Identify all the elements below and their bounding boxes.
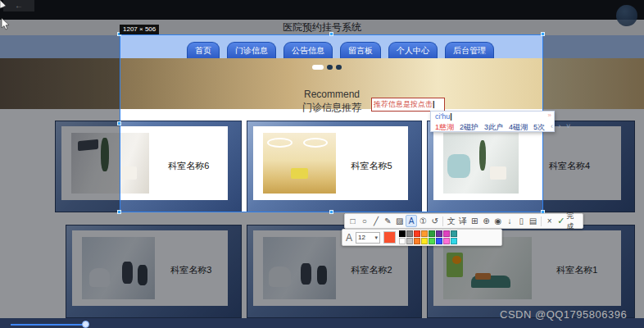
color-swatch[interactable] bbox=[421, 230, 428, 237]
csdn-watermark: CSDN @QQ1795806396 bbox=[500, 308, 627, 321]
mouse-cursor-icon bbox=[1, 18, 11, 31]
undo-icon[interactable]: ↺ bbox=[429, 215, 440, 227]
scroll-capture-icon[interactable]: ⊞ bbox=[469, 215, 480, 227]
color-swatch[interactable] bbox=[406, 238, 413, 244]
color-swatch[interactable] bbox=[414, 238, 420, 244]
dim-overlay-left bbox=[0, 34, 120, 212]
line-tool-icon[interactable]: ╱ bbox=[371, 215, 382, 227]
pen-cursor-icon bbox=[0, 0, 7, 9]
translate-icon[interactable]: 译 bbox=[457, 215, 468, 227]
snip-toolbar: □ ○ ╱ ✎ ▨ A ① ↺ 文 译 ⊞ ⊕ ◉ ↓ ▯ ▤ × ✓完成 bbox=[344, 213, 583, 229]
record-icon[interactable]: ◉ bbox=[492, 215, 503, 227]
mosaic-tool-icon[interactable]: ▨ bbox=[394, 215, 405, 227]
step-number-tool-icon[interactable]: ① bbox=[418, 215, 429, 227]
color-swatch[interactable] bbox=[451, 238, 457, 244]
video-progress-bar[interactable] bbox=[11, 324, 84, 326]
dim-overlay-top bbox=[0, 0, 644, 34]
color-swatch[interactable] bbox=[429, 230, 435, 237]
selection-handle[interactable] bbox=[117, 210, 121, 214]
color-swatch[interactable] bbox=[451, 230, 457, 237]
color-swatch[interactable] bbox=[429, 238, 435, 244]
current-color-swatch[interactable] bbox=[383, 231, 396, 244]
ime-candidate[interactable]: 5次 bbox=[533, 122, 545, 133]
finish-button[interactable]: ✓完成 bbox=[556, 211, 580, 232]
selection-handle[interactable] bbox=[329, 210, 333, 214]
ime-logo-icon: » bbox=[548, 112, 551, 119]
cand-text: 慈湖 bbox=[439, 123, 454, 131]
selection-handle[interactable] bbox=[541, 32, 545, 36]
video-progress-knob[interactable] bbox=[82, 321, 89, 328]
text-options-bar: A 12▾ bbox=[342, 229, 502, 246]
screen: ← 医院预约挂号系统 首页 门诊信息 公告信息 留言板 个人中心 后台管理 Re… bbox=[0, 0, 644, 328]
selection-size-label: 1207 × 506 bbox=[120, 25, 159, 34]
ime-popup: ci'hu| » 1慈湖 2磁护 3此户 4磁湖 5次 ‹ › ˅ bbox=[430, 111, 555, 132]
finish-label: 完成 bbox=[566, 211, 578, 232]
save-icon[interactable]: ↓ bbox=[504, 215, 515, 227]
font-size-value: 12 bbox=[358, 234, 365, 241]
text-tool-icon[interactable]: A bbox=[406, 215, 416, 227]
toolbar-divider bbox=[541, 216, 542, 226]
cand-text: 此户 bbox=[488, 123, 503, 131]
color-swatch[interactable] bbox=[414, 230, 420, 237]
ime-pinyin: ci'hu bbox=[435, 112, 450, 121]
ime-candidate[interactable]: 4磁湖 bbox=[509, 122, 528, 133]
color-swatch[interactable] bbox=[399, 230, 406, 237]
ime-page-arrows[interactable]: ‹ › ˅ bbox=[551, 122, 572, 133]
color-swatch[interactable] bbox=[421, 238, 428, 244]
color-swatch[interactable] bbox=[443, 230, 450, 237]
ime-candidate[interactable]: 3此户 bbox=[484, 122, 503, 133]
ellipse-tool-icon[interactable]: ○ bbox=[359, 215, 370, 227]
cand-text: 磁湖 bbox=[513, 123, 528, 131]
ime-caret: | bbox=[450, 112, 452, 121]
check-icon: ✓ bbox=[557, 216, 565, 226]
chevron-down-icon: ▾ bbox=[375, 235, 379, 241]
selection-handle[interactable] bbox=[117, 121, 121, 125]
ime-candidate[interactable]: 1慈湖 bbox=[435, 122, 454, 133]
rect-tool-icon[interactable]: □ bbox=[347, 215, 358, 227]
clipboard-icon[interactable]: ▤ bbox=[528, 215, 538, 227]
toolbar-divider bbox=[442, 216, 443, 226]
font-icon: A bbox=[346, 232, 352, 244]
ime-candidate[interactable]: 2磁护 bbox=[460, 122, 478, 133]
ime-candidates: 1慈湖 2磁护 3此户 4磁湖 5次 ‹ › ˅ bbox=[435, 122, 572, 133]
cand-text: 磁护 bbox=[464, 123, 478, 131]
color-swatch[interactable] bbox=[406, 230, 413, 237]
cancel-icon[interactable]: × bbox=[544, 215, 555, 227]
color-swatch[interactable] bbox=[399, 238, 406, 244]
pen-tool-icon[interactable]: ✎ bbox=[383, 215, 393, 227]
cand-text: 次 bbox=[537, 123, 545, 131]
phone-icon[interactable]: ▯ bbox=[516, 215, 527, 227]
ime-composition: ci'hu| bbox=[435, 112, 452, 121]
pin-icon[interactable]: ⊕ bbox=[481, 215, 492, 227]
color-palette bbox=[399, 230, 457, 244]
font-size-select[interactable]: 12▾ bbox=[356, 232, 380, 244]
color-swatch[interactable] bbox=[436, 230, 442, 237]
color-swatch[interactable] bbox=[436, 238, 442, 244]
ocr-icon[interactable]: 文 bbox=[446, 215, 456, 227]
color-swatch[interactable] bbox=[443, 238, 450, 244]
selection-handle[interactable] bbox=[329, 32, 333, 36]
